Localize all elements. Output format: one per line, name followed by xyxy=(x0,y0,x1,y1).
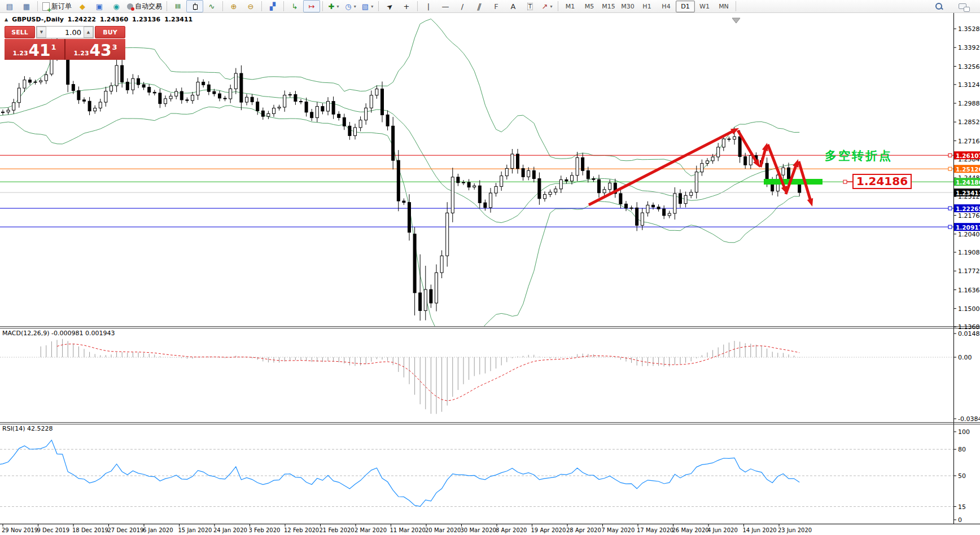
sell-price-tile[interactable]: 1.23 41 1 xyxy=(5,39,65,60)
price-callout-label[interactable]: 1.24186 xyxy=(852,174,912,189)
tile-windows-button[interactable]: ▞ xyxy=(264,0,281,12)
text-label-button[interactable]: T xyxy=(522,0,539,12)
signals-button[interactable]: ◉ xyxy=(108,0,125,12)
horizontal-line-button[interactable]: — xyxy=(437,0,454,12)
volume-down-button[interactable]: ▼ xyxy=(37,27,46,38)
support-highlight-bar[interactable] xyxy=(764,179,823,185)
search-icon xyxy=(935,3,942,10)
search-button[interactable] xyxy=(930,0,947,12)
turning-point-annotation[interactable]: 多空转折点 xyxy=(825,148,893,164)
line-chart-button[interactable]: ∿ xyxy=(203,0,220,12)
cursor-button[interactable]: ➤ xyxy=(381,0,398,12)
arrows-button[interactable]: ↗▾ xyxy=(539,0,555,12)
trend-arrowhead xyxy=(793,159,798,168)
buy-button[interactable]: BUY xyxy=(95,26,125,38)
timeframe-m5-button[interactable]: M5 xyxy=(580,1,599,12)
channel-button[interactable]: ∥ xyxy=(471,0,488,12)
price-tick-label: 1.35280 xyxy=(958,25,980,33)
toolbar-separator xyxy=(261,1,262,11)
chart-shift-marker[interactable] xyxy=(732,18,740,23)
timeframe-mn-button[interactable]: MN xyxy=(714,1,733,12)
price-tick-label: 1.15000 xyxy=(958,305,980,313)
volume-up-button[interactable]: ▲ xyxy=(84,27,93,38)
periods-icon: ◷ xyxy=(345,3,351,10)
trendline-icon: / xyxy=(461,3,463,10)
chevron-down-icon: ▾ xyxy=(354,4,356,9)
level-marker[interactable] xyxy=(948,167,952,170)
toolbar-separator xyxy=(167,1,167,11)
arrows-icon: ↗ xyxy=(542,3,548,10)
collapse-ohlc-icon[interactable]: ▲ xyxy=(5,17,8,22)
trend-arrow-3[interactable] xyxy=(760,148,765,167)
date-tick-label: 7 May 2020 xyxy=(602,527,635,533)
auto-scroll-icon: ↳ xyxy=(292,3,298,10)
chart-shift-icon: ↦ xyxy=(309,3,315,10)
zoom-out-button[interactable]: ⊖ xyxy=(242,0,259,12)
cursor-icon: ➤ xyxy=(385,2,395,11)
rsi-pane xyxy=(0,440,953,507)
macd-signal-line xyxy=(57,344,799,401)
price-tick-label: 1.29880 xyxy=(958,100,980,107)
market-watch-button[interactable]: ▤ xyxy=(1,0,18,12)
crosshair-icon: + xyxy=(404,3,410,10)
timeframe-m30-button[interactable]: M30 xyxy=(618,1,637,12)
timeframe-d1-button[interactable]: D1 xyxy=(676,1,695,12)
timeframe-m1-button[interactable]: M1 xyxy=(561,1,580,12)
timeframe-w1-button[interactable]: W1 xyxy=(695,1,714,12)
date-axis[interactable]: 29 Nov 20199 Dec 201918 Dec 201927 Dec 2… xyxy=(2,524,812,533)
metaeditor-button[interactable]: ◆ xyxy=(74,0,91,12)
sell-button[interactable]: SELL xyxy=(5,26,35,38)
price-tick-label: 1.19080 xyxy=(958,249,980,256)
macd-pane xyxy=(0,339,953,414)
timeframe-h1-button[interactable]: H1 xyxy=(637,1,657,12)
indicators-button[interactable]: ✚▾ xyxy=(325,0,342,12)
volume-input[interactable] xyxy=(46,27,84,38)
terminal-button[interactable]: ▣ xyxy=(91,0,108,12)
indicators-icon: ✚ xyxy=(329,3,335,10)
timeframe-m15-button[interactable]: M15 xyxy=(599,1,618,12)
trend-arrow-1[interactable] xyxy=(589,131,734,205)
price-axis[interactable]: 1.352801.339201.325601.312401.298801.285… xyxy=(948,25,980,524)
metaeditor-icon: ◆ xyxy=(80,3,85,10)
buy-price-tile[interactable]: 1.23 43 3 xyxy=(65,39,125,60)
candles-layer xyxy=(0,38,801,321)
price-tick-label: 1.31240 xyxy=(958,81,980,89)
date-tick-label: 3 Feb 2020 xyxy=(249,527,281,533)
fibonacci-icon: F xyxy=(494,3,498,10)
toolbar-separator xyxy=(222,1,223,11)
date-tick-label: 17 May 2020 xyxy=(637,527,673,533)
autotrading-button[interactable]: 自动交易 xyxy=(125,0,164,12)
chat-button[interactable] xyxy=(954,0,971,12)
date-tick-label: 23 Jun 2020 xyxy=(778,527,812,533)
text-button[interactable]: A xyxy=(505,0,522,12)
candlestick-chart-button[interactable] xyxy=(186,0,203,12)
date-tick-label: 8 Apr 2020 xyxy=(496,527,527,533)
signals-icon: ◉ xyxy=(113,3,119,10)
data-window-button[interactable]: ▦ xyxy=(18,0,35,12)
autotrading-icon xyxy=(127,3,133,10)
fibonacci-button[interactable]: F xyxy=(488,0,505,12)
bar-chart-button[interactable]: ≣ xyxy=(169,0,186,12)
sell-price-sup: 1 xyxy=(51,43,56,51)
templates-button[interactable]: ▧▾ xyxy=(359,0,376,12)
new-order-button[interactable]: 新订单 xyxy=(40,0,74,12)
periods-button[interactable]: ◷▾ xyxy=(342,0,359,12)
level-marker[interactable] xyxy=(948,207,952,210)
vertical-line-button[interactable]: | xyxy=(420,0,437,12)
price-tick-label: 1.32560 xyxy=(958,63,980,71)
auto-scroll-button[interactable]: ↳ xyxy=(286,0,303,12)
open-value: 1.24222 xyxy=(68,16,96,23)
zoom-in-button[interactable]: ⊕ xyxy=(225,0,242,12)
crosshair-button[interactable]: + xyxy=(398,0,415,12)
timeframe-h4-button[interactable]: H4 xyxy=(657,1,676,12)
chart-canvas[interactable]: 1.352801.339201.325601.312401.298801.285… xyxy=(0,0,980,535)
low-value: 1.23136 xyxy=(132,16,160,23)
level-marker[interactable] xyxy=(948,154,952,157)
trendline-button[interactable]: / xyxy=(454,0,471,12)
date-tick-label: 15 Jan 2020 xyxy=(178,527,212,533)
chart-shift-button[interactable]: ↦ xyxy=(303,0,320,12)
rsi-value: 42.5228 xyxy=(27,425,53,432)
level-marker[interactable] xyxy=(948,225,952,229)
price-tick-label: 1.21760 xyxy=(958,212,980,220)
rsi-tick-label: 100 xyxy=(958,428,970,436)
